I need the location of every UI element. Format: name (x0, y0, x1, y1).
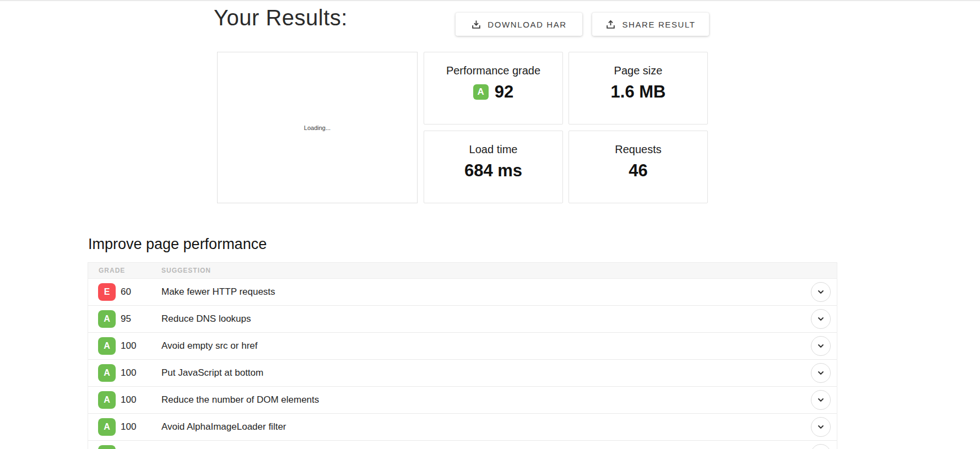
performance-grade-label: Performance grade (424, 64, 562, 77)
loading-text: Loading... (304, 125, 331, 131)
share-result-button[interactable]: SHARE RESULT (592, 13, 709, 36)
load-time-value: 684 ms (424, 160, 562, 181)
suggestion-text: Avoid empty src or href (161, 340, 837, 351)
share-icon (605, 19, 616, 30)
page-title: Your Results: (214, 6, 348, 30)
chevron-down-icon (816, 342, 825, 350)
chevron-down-icon (816, 369, 825, 377)
chevron-down-icon (816, 423, 825, 431)
table-row: A 100 Avoid empty src or href (88, 333, 837, 360)
grade-badge: A (98, 418, 116, 436)
results-page: Your Results: DOWNLOAD HAR SHARE RESULT … (0, 0, 980, 449)
table-row: A 100 Reduce the number of DOM elements (88, 387, 837, 414)
table-header-row: GRADE SUGGESTION (88, 263, 837, 279)
expand-suggestion-button[interactable] (811, 444, 831, 449)
grade-column-header: GRADE (99, 267, 161, 274)
download-har-label: DOWNLOAD HAR (488, 20, 566, 29)
improve-section-heading: Improve page performance (88, 236, 267, 253)
grade-score: 100 (121, 367, 161, 378)
filmstrip-loading-panel: Loading... (217, 52, 418, 203)
suggestion-text: Reduce DNS lookups (161, 313, 837, 324)
download-har-button[interactable]: DOWNLOAD HAR (456, 13, 582, 36)
expand-suggestion-button[interactable] (811, 363, 831, 383)
grade-badge: A (98, 310, 116, 328)
grade-badge: A (98, 337, 116, 355)
grade-score: 100 (121, 340, 161, 351)
chevron-down-icon (816, 315, 825, 323)
expand-suggestion-button[interactable] (811, 309, 831, 329)
suggestion-column-header: SUGGESTION (161, 267, 837, 274)
grade-score: 60 (121, 286, 161, 297)
page-size-card: Page size 1.6 MB (568, 52, 708, 125)
expand-suggestion-button[interactable] (811, 390, 831, 410)
suggestion-text: Avoid AlphaImageLoader filter (161, 421, 837, 432)
suggestions-table: GRADE SUGGESTION E 60 Make fewer HTTP re… (88, 262, 837, 449)
table-row: A 100 Avoid AlphaImageLoader filter (88, 414, 837, 441)
requests-value: 46 (569, 160, 707, 181)
performance-grade-card: Performance grade A 92 (424, 52, 563, 125)
requests-card: Requests 46 (568, 131, 708, 203)
load-time-card: Load time 684 ms (424, 131, 563, 203)
suggestion-text: Put JavaScript at bottom (161, 367, 837, 378)
expand-suggestion-button[interactable] (811, 336, 831, 356)
requests-label: Requests (569, 143, 707, 156)
expand-suggestion-button[interactable] (811, 282, 831, 302)
table-row: E 60 Make fewer HTTP requests (88, 279, 837, 306)
download-icon (471, 19, 481, 30)
page-size-value: 1.6 MB (569, 82, 707, 102)
expand-suggestion-button[interactable] (811, 417, 831, 437)
table-row: A 100 Put JavaScript at bottom (88, 360, 837, 387)
table-row: A 95 Reduce DNS lookups (88, 306, 837, 333)
grade-score: 100 (121, 421, 161, 432)
table-row: A (88, 441, 837, 449)
grade-badge: A (98, 391, 116, 409)
performance-grade-number: 92 (495, 82, 513, 102)
load-time-label: Load time (424, 143, 562, 156)
grade-score: 100 (121, 394, 161, 405)
grade-badge: A (98, 445, 116, 449)
chevron-down-icon (816, 396, 825, 404)
performance-grade-value: A 92 (424, 82, 562, 102)
performance-grade-badge: A (473, 84, 489, 100)
grade-badge: A (98, 364, 116, 382)
grade-score: 95 (121, 313, 161, 324)
grade-badge: E (98, 283, 116, 301)
page-size-label: Page size (569, 64, 707, 77)
suggestion-text: Make fewer HTTP requests (161, 286, 837, 297)
share-result-label: SHARE RESULT (622, 20, 695, 29)
suggestion-text: Reduce the number of DOM elements (161, 394, 837, 405)
chevron-down-icon (816, 288, 825, 296)
